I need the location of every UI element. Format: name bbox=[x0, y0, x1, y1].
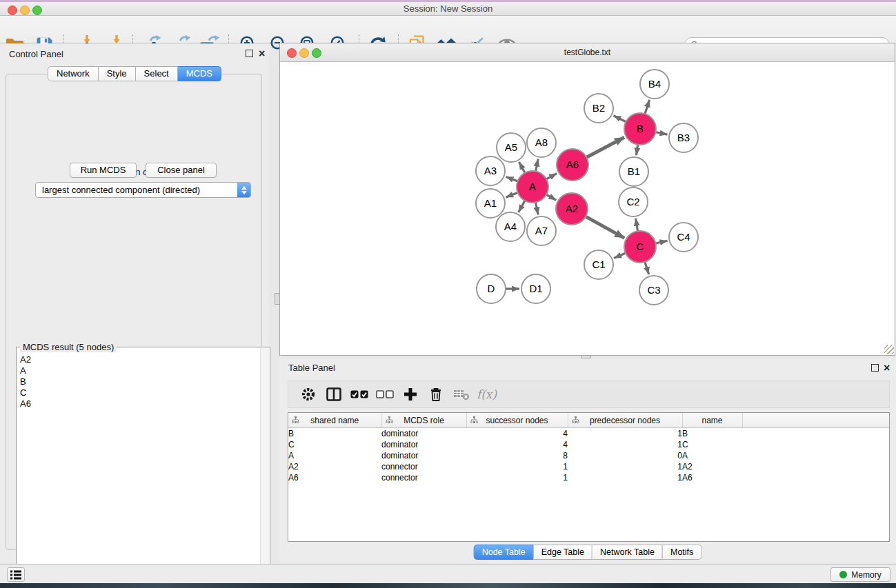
tab-edge-table[interactable]: Edge Table bbox=[534, 545, 593, 560]
table-panel-title: Table Panel bbox=[288, 363, 335, 373]
network-graph[interactable]: AA1A2A3A4A5A6A7A8BB1B2B3B4CC1C2C3C4DD1 bbox=[280, 62, 895, 356]
node-C[interactable]: C bbox=[624, 231, 656, 263]
table-row[interactable]: A2connector11A2 bbox=[288, 461, 889, 472]
float-panel-icon[interactable] bbox=[246, 50, 253, 57]
edge-A-A1 bbox=[506, 192, 518, 197]
node-A4[interactable]: A4 bbox=[496, 212, 525, 241]
tab-network[interactable]: Network bbox=[48, 66, 99, 81]
close-panel-icon[interactable]: × bbox=[259, 50, 265, 58]
list-icon bbox=[10, 569, 22, 580]
node-B2[interactable]: B2 bbox=[584, 94, 613, 123]
select-stepper-icon bbox=[237, 183, 250, 197]
svg-text:C: C bbox=[637, 241, 644, 252]
mcds-result-title: MCDS result (5 nodes) bbox=[20, 342, 117, 352]
edge-C-C3 bbox=[645, 261, 649, 274]
mcds-result-item[interactable]: B bbox=[20, 376, 260, 387]
tab-node-table[interactable]: Node Table bbox=[474, 545, 534, 560]
column-header-successor-nodes[interactable]: successor nodes bbox=[466, 413, 568, 428]
function-builder-icon: f(x) bbox=[474, 387, 499, 401]
edge-A-A5 bbox=[519, 162, 525, 174]
tab-mcds[interactable]: MCDS bbox=[178, 66, 221, 81]
main-titlebar[interactable]: Session: New Session bbox=[0, 2, 896, 16]
mcds-result-item[interactable]: C bbox=[20, 387, 260, 398]
float-table-panel-icon[interactable] bbox=[871, 364, 879, 372]
close-table-panel-icon[interactable]: × bbox=[884, 364, 890, 372]
table-row[interactable]: Cdominator41C bbox=[288, 439, 889, 450]
node-B1[interactable]: B1 bbox=[619, 157, 648, 186]
edge-A-A7 bbox=[535, 202, 538, 215]
memory-button[interactable]: Memory bbox=[830, 567, 890, 582]
criterion-select[interactable]: largest connected component (directed) bbox=[35, 182, 251, 198]
column-header-mcds-role[interactable]: MCDS role bbox=[381, 413, 466, 428]
column-type-icon bbox=[572, 416, 579, 426]
node-B[interactable]: B bbox=[624, 113, 656, 145]
node-B4[interactable]: B4 bbox=[640, 70, 669, 99]
node-table[interactable]: shared nameMCDS rolesuccessor nodesprede… bbox=[288, 412, 890, 542]
node-D[interactable]: D bbox=[477, 274, 506, 303]
node-A1[interactable]: A1 bbox=[476, 189, 505, 218]
svg-text:B4: B4 bbox=[648, 78, 661, 90]
mcds-result-item[interactable]: A6 bbox=[20, 398, 260, 409]
edge-A-A4 bbox=[519, 200, 526, 212]
node-A2[interactable]: A2 bbox=[556, 193, 588, 225]
node-A6[interactable]: A6 bbox=[557, 149, 588, 181]
svg-text:A7: A7 bbox=[535, 225, 548, 236]
tab-network-table[interactable]: Network Table bbox=[593, 545, 663, 560]
network-view-window[interactable]: testGlobe.txt AA1A2A3A4A5A6A7A8BB1B2B3B4… bbox=[279, 43, 895, 356]
node-C3[interactable]: C3 bbox=[639, 276, 668, 305]
deselect-all-rows-icon[interactable] bbox=[372, 390, 397, 399]
criterion-value: largest connected component (directed) bbox=[42, 185, 200, 195]
network-canvas[interactable]: AA1A2A3A4A5A6A7A8BB1B2B3B4CC1C2C3C4DD1 bbox=[280, 62, 895, 355]
tab-select[interactable]: Select bbox=[136, 66, 178, 81]
delete-table-icon bbox=[448, 388, 474, 401]
window-title: Session: New Session bbox=[0, 2, 896, 15]
resize-grip-icon[interactable] bbox=[884, 345, 894, 354]
control-panel-tabs: NetworkStyleSelectMCDS bbox=[48, 66, 221, 81]
table-row[interactable]: A6connector11A6 bbox=[288, 472, 889, 483]
add-row-icon[interactable] bbox=[397, 387, 423, 401]
node-A[interactable]: A bbox=[517, 171, 548, 203]
select-all-rows-icon[interactable] bbox=[346, 390, 372, 399]
svg-text:B3: B3 bbox=[677, 132, 690, 143]
svg-text:A6: A6 bbox=[566, 159, 579, 170]
run-mcds-button[interactable]: Run MCDS bbox=[70, 163, 137, 178]
svg-text:C2: C2 bbox=[626, 196, 639, 207]
node-C4[interactable]: C4 bbox=[669, 223, 698, 252]
node-C1[interactable]: C1 bbox=[584, 250, 613, 279]
desktop-wallpaper bbox=[0, 583, 896, 588]
svg-text:B1: B1 bbox=[628, 165, 640, 177]
edge-A-A8 bbox=[535, 159, 538, 172]
node-B3[interactable]: B3 bbox=[669, 123, 698, 152]
column-header-name[interactable]: name bbox=[682, 413, 742, 428]
svg-text:A1: A1 bbox=[484, 197, 497, 209]
show-panels-list-button[interactable] bbox=[7, 567, 25, 582]
show-columns-icon[interactable] bbox=[321, 387, 346, 401]
network-window-titlebar[interactable]: testGlobe.txt bbox=[280, 43, 895, 62]
mcds-result-item[interactable]: A2 bbox=[20, 354, 260, 365]
column-type-icon bbox=[470, 416, 478, 426]
svg-text:A2: A2 bbox=[566, 203, 578, 214]
close-panel-button[interactable]: Close panel bbox=[146, 163, 217, 178]
table-row[interactable]: Adominator80A bbox=[288, 450, 889, 461]
tab-motifs[interactable]: Motifs bbox=[663, 545, 701, 560]
mcds-result-scrollbar[interactable] bbox=[260, 348, 269, 582]
svg-text:B: B bbox=[637, 123, 644, 134]
svg-text:A5: A5 bbox=[505, 141, 517, 153]
table-row[interactable]: Bdominator41B bbox=[288, 428, 889, 440]
table-settings-icon[interactable] bbox=[295, 387, 321, 402]
delete-rows-icon[interactable] bbox=[423, 387, 448, 402]
node-A8[interactable]: A8 bbox=[527, 128, 556, 157]
node-C2[interactable]: C2 bbox=[619, 187, 648, 216]
column-header-predecessor-nodes[interactable]: predecessor nodes bbox=[568, 413, 682, 428]
table-toolbar: f(x) bbox=[288, 381, 890, 408]
node-A7[interactable]: A7 bbox=[527, 216, 556, 245]
mcds-result-item[interactable]: A bbox=[20, 365, 260, 376]
table-panel: Table Panel × bbox=[279, 358, 896, 562]
column-header-shared-name[interactable]: shared name bbox=[288, 413, 381, 428]
svg-text:A3: A3 bbox=[484, 165, 497, 176]
tab-style[interactable]: Style bbox=[99, 66, 136, 81]
node-A3[interactable]: A3 bbox=[476, 156, 505, 185]
edge-A-A2 bbox=[546, 194, 556, 201]
node-D1[interactable]: D1 bbox=[521, 274, 550, 303]
node-A5[interactable]: A5 bbox=[497, 133, 526, 162]
